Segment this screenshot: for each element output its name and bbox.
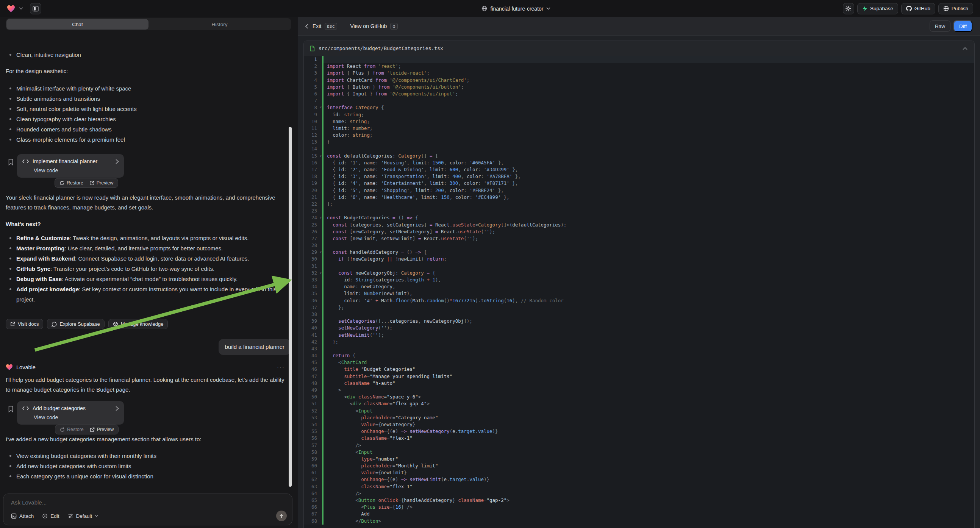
line-number: 57 — [304, 442, 322, 449]
line-number: 19 — [304, 180, 322, 187]
line-number: 12 — [304, 132, 322, 138]
code-view-header: Exit ESC View on GitHub G Raw Diff — [298, 17, 980, 36]
code-line: 18 { id: '3', name: 'Transportation', li… — [304, 173, 974, 180]
line-number: 2 — [304, 63, 322, 70]
code-line: 5import { Button } from '@/components/ui… — [304, 84, 974, 91]
supabase-button[interactable]: Supabase — [857, 3, 898, 14]
fold-chevron-icon[interactable]: ∨ — [320, 153, 321, 159]
chat-message-list[interactable]: Clean, intuitive navigation For the desi… — [0, 47, 298, 507]
chevron-right-icon — [116, 159, 119, 164]
edit-button[interactable]: Edit — [42, 513, 59, 519]
chat-input[interactable] — [11, 499, 286, 506]
settings-button[interactable] — [843, 3, 854, 14]
github-button[interactable]: GitHub — [901, 3, 935, 14]
fold-chevron-icon[interactable]: ∨ — [320, 104, 321, 111]
code-line: 58 <Input — [304, 449, 974, 456]
design-bullet-list: Minimalist interface with plenty of whit… — [6, 83, 292, 145]
code-line-content: > — [323, 387, 341, 394]
code-line-content: const [categories, setCategories] = Reac… — [323, 221, 566, 228]
line-number: 49 — [304, 387, 322, 394]
list-item: View existing budget categories with the… — [6, 451, 292, 461]
code-line: 53 placeholder="Category name" — [304, 414, 974, 421]
line-number: 58 — [304, 449, 322, 456]
mode-select[interactable]: Default — [68, 513, 99, 519]
list-item: Debug with Ease: Activate our experiment… — [6, 274, 285, 284]
exit-label: Exit — [312, 23, 321, 29]
lovable-avatar — [6, 364, 13, 371]
manage-knowledge-button[interactable]: Manage knowledge — [108, 319, 168, 329]
bullet-text: Clean typography with clear hierarchies — [16, 114, 116, 124]
attach-button[interactable]: Attach — [11, 513, 34, 519]
project-switcher[interactable]: financial-future-creator — [189, 6, 843, 12]
visit-docs-button[interactable]: Visit docs — [6, 319, 43, 329]
code-line: 10 name: string; — [304, 118, 974, 125]
list-item: Add project knowledge: Set key context o… — [6, 284, 285, 305]
panel-toggle-button[interactable] — [30, 3, 41, 14]
line-number: 7 — [304, 97, 322, 104]
globe-icon — [482, 6, 487, 11]
view-code-link[interactable]: View code — [34, 414, 119, 420]
version-card-add-budget-categories[interactable]: Add budget categories View code — [17, 401, 124, 425]
view-code-link[interactable]: View code — [34, 167, 119, 173]
code-line-content: ]; — [323, 201, 332, 208]
version-actions: Restore Preview — [54, 178, 118, 188]
code-line: 64 /> — [304, 490, 974, 497]
chat-scrollbar[interactable] — [289, 127, 292, 487]
bullet-text: Add project knowledge: Set key context o… — [16, 284, 285, 305]
bookmark-icon[interactable] — [8, 159, 14, 165]
esc-keycap: ESC — [325, 23, 337, 30]
line-number: 4 — [304, 77, 322, 84]
line-number: 9 — [304, 111, 322, 118]
code-line-content: color: string; — [323, 132, 372, 138]
exit-button[interactable]: Exit ESC — [305, 23, 337, 30]
restore-label: Restore — [67, 180, 83, 186]
composer: Attach Edit Default — [3, 493, 293, 525]
code-line: 57 /> — [304, 442, 974, 449]
list-item: Minimalist interface with plenty of whit… — [6, 83, 292, 94]
code-line-content: import { Button } from '@/components/ui/… — [323, 84, 464, 91]
restore-button[interactable]: Restore — [60, 427, 84, 432]
fold-chevron-icon[interactable]: ∨ — [320, 215, 321, 221]
version-card-implement-financial-planner[interactable]: Implement financial planner View code — [17, 154, 124, 178]
preview-button[interactable]: Preview — [89, 180, 113, 186]
code-line-content: { id: '4', name: 'Entertainment', limit:… — [323, 180, 518, 187]
send-button[interactable] — [276, 511, 287, 521]
file-header[interactable]: src/components/budget/BudgetCategories.t… — [304, 41, 974, 56]
restore-button[interactable]: Restore — [59, 180, 83, 186]
code-line-content: <div className="space-y-6"> — [323, 394, 421, 400]
line-number: 62 — [304, 476, 322, 483]
code-panel: Exit ESC View on GitHub G Raw Diff src/c… — [298, 17, 980, 528]
line-number: 30 — [304, 256, 322, 262]
collapse-chevron-up-icon[interactable] — [963, 47, 967, 50]
code-line-content: import React from 'react'; — [323, 63, 401, 70]
code-line: 52 <Input — [304, 407, 974, 414]
message-menu-button[interactable]: ··· — [277, 364, 285, 371]
code-line-content: }; — [323, 304, 344, 311]
explore-supabase-button[interactable]: Explore Supabase — [47, 319, 104, 329]
view-on-github-button[interactable]: View on GitHub G — [350, 23, 398, 30]
code-line: 41 setNewLimit(''); — [304, 332, 974, 339]
tab-history[interactable]: History — [148, 19, 291, 30]
code-line: 9 id: string; — [304, 111, 974, 118]
line-number: 44 — [304, 352, 322, 359]
line-number: 8∨ — [304, 104, 322, 111]
bookmark-icon[interactable] — [8, 406, 14, 412]
bullet-dot — [10, 108, 11, 110]
target-icon — [42, 513, 48, 519]
workspace-chevron-down-icon[interactable] — [19, 7, 23, 10]
raw-toggle-button[interactable]: Raw — [930, 21, 950, 32]
chevron-right-icon — [116, 406, 119, 411]
preview-button[interactable]: Preview — [90, 427, 114, 432]
code-line: 13} — [304, 138, 974, 145]
fold-chevron-icon[interactable]: ∨ — [320, 249, 321, 256]
code-line-content: setNewCategory(''); — [323, 324, 393, 331]
code-editor[interactable]: 12import React from 'react';3import { Pl… — [304, 56, 974, 528]
fold-chevron-icon[interactable]: ∨ — [320, 270, 321, 277]
tab-chat[interactable]: Chat — [6, 19, 148, 30]
restore-label: Restore — [67, 427, 84, 432]
publish-label: Publish — [951, 6, 968, 11]
code-line-content — [323, 56, 327, 63]
diff-toggle-button[interactable]: Diff — [953, 21, 972, 32]
lovable-logo[interactable] — [7, 5, 15, 13]
publish-button[interactable]: Publish — [938, 3, 973, 14]
